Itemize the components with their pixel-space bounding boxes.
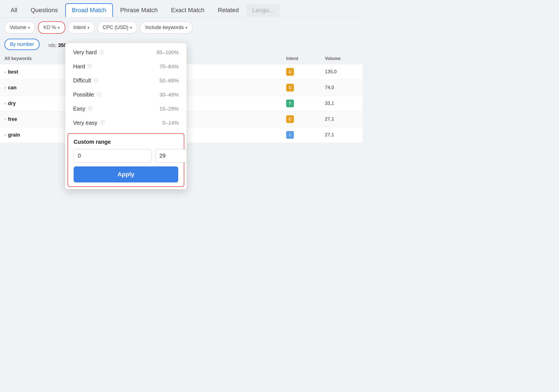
intent-badge: T xyxy=(286,100,294,107)
volume-chevron-icon: ▾ xyxy=(28,25,30,30)
volume-cell: 27,1 xyxy=(325,116,358,122)
intent-cell: C xyxy=(286,84,325,92)
info-icon[interactable]: ⓘ xyxy=(88,106,92,112)
cpc-filter-label: CPC (USD) xyxy=(103,25,128,30)
dropdown-item-label: Difficult xyxy=(73,77,91,84)
intent-cell: T xyxy=(286,100,325,107)
custom-range-min-input[interactable] xyxy=(74,149,152,163)
dropdown-item-label: Very easy xyxy=(73,120,97,126)
dropdown-item-label: Very hard xyxy=(73,49,97,56)
expand-icon[interactable]: › xyxy=(4,117,6,121)
by-number-label: By number xyxy=(10,41,34,47)
row-key-dry: › dry xyxy=(4,101,65,106)
dropdown-item-very-easy[interactable]: Very easy ⓘ 0–14% xyxy=(65,116,187,130)
volume-cell: 27,1 xyxy=(325,132,358,138)
dropdown-item-range: 15–29% xyxy=(159,106,179,112)
tab-exact-match[interactable]: Exact Match xyxy=(165,4,211,17)
dropdown-item-easy[interactable]: Easy ⓘ 15–29% xyxy=(65,102,187,116)
custom-range-box: Custom range Apply xyxy=(68,133,184,187)
tab-all[interactable]: All xyxy=(4,4,23,17)
info-icon[interactable]: ⓘ xyxy=(94,78,98,83)
volume-cell: 135,0 xyxy=(325,69,358,75)
info-icon[interactable]: ⓘ xyxy=(100,120,105,126)
volume-cell: 74,0 xyxy=(325,85,358,90)
intent-cell: C xyxy=(286,68,325,76)
volume-cell: 33,1 xyxy=(325,101,358,106)
col-intent: Intent xyxy=(286,56,325,61)
dropdown-list: Very hard ⓘ 85–100% Hard ⓘ 70–84% Diffic… xyxy=(65,43,187,132)
intent-badge: I xyxy=(286,131,294,139)
intent-badge: C xyxy=(286,68,294,76)
apply-button[interactable]: Apply xyxy=(74,166,178,182)
intent-cell: I xyxy=(286,131,325,139)
intent-badge: C xyxy=(286,84,294,92)
dropdown-item-range: 30–49% xyxy=(159,92,179,98)
info-icon[interactable]: ⓘ xyxy=(97,92,101,98)
intent-badge: C xyxy=(286,115,294,123)
tab-broad-match[interactable]: Broad Match xyxy=(65,3,113,17)
dropdown-item-range: 0–14% xyxy=(162,120,179,126)
volume-filter-label: Volume xyxy=(10,25,26,30)
intent-cell: C xyxy=(286,115,325,123)
expand-icon[interactable]: › xyxy=(4,133,6,137)
custom-range-title: Custom range xyxy=(74,139,178,145)
volume-filter-button[interactable]: Volume ▾ xyxy=(4,22,35,33)
info-icon[interactable]: ⓘ xyxy=(100,49,104,55)
row-label: free xyxy=(8,116,17,122)
col-volume: Volume xyxy=(325,56,358,61)
cpc-chevron-icon: ▾ xyxy=(130,25,132,30)
expand-icon[interactable]: › xyxy=(4,85,6,90)
dropdown-item-hard[interactable]: Hard ⓘ 70–84% xyxy=(65,59,187,74)
dropdown-item-range: 50–69% xyxy=(159,78,179,84)
row-key-best: › best xyxy=(4,69,65,75)
row-label: best xyxy=(8,69,18,75)
row-label: dry xyxy=(8,101,16,106)
expand-icon[interactable]: › xyxy=(4,101,6,106)
intent-filter-button[interactable]: Intent ▾ xyxy=(68,22,95,33)
expand-icon[interactable]: › xyxy=(4,70,6,74)
dropdown-item-very-hard[interactable]: Very hard ⓘ 85–100% xyxy=(65,45,187,59)
row-label: grain xyxy=(8,132,20,138)
info-icon[interactable]: ⓘ xyxy=(88,64,92,69)
dropdown-item-label: Hard xyxy=(73,63,85,70)
row-label: can xyxy=(8,85,17,91)
col-all-keywords: All keywords xyxy=(4,56,65,61)
dropdown-item-range: 70–84% xyxy=(159,64,179,70)
dropdown-item-difficult[interactable]: Difficult ⓘ 50–69% xyxy=(65,74,187,88)
row-key-free: › free xyxy=(4,116,65,122)
tab-related[interactable]: Related xyxy=(212,4,245,17)
include-keywords-chevron-icon: ▾ xyxy=(185,25,187,30)
kd-filter-label: KD % xyxy=(43,25,56,30)
kd-chevron-icon: ▾ xyxy=(58,25,60,30)
custom-range-inputs xyxy=(74,149,178,163)
kd-dropdown: Very hard ⓘ 85–100% Hard ⓘ 70–84% Diffic… xyxy=(65,43,187,189)
tab-questions[interactable]: Questions xyxy=(24,4,64,17)
row-key-grain: › grain xyxy=(4,132,65,138)
intent-chevron-icon: ▾ xyxy=(87,25,89,30)
custom-range-max-input[interactable] xyxy=(155,149,187,163)
cpc-filter-button[interactable]: CPC (USD) ▾ xyxy=(97,22,137,33)
include-keywords-filter-label: Include keywords xyxy=(145,25,184,30)
dropdown-item-label: Possible xyxy=(73,92,94,98)
dropdown-item-label: Easy xyxy=(73,106,85,112)
dropdown-item-range: 85–100% xyxy=(157,49,179,56)
keywords-label: rds: xyxy=(48,43,57,48)
filter-bar: Volume ▾ KD % ▾ Intent ▾ CPC (USD) ▾ Inc… xyxy=(0,17,363,38)
tab-bar: All Questions Broad Match Phrase Match E… xyxy=(0,0,363,17)
include-keywords-filter-button[interactable]: Include keywords ▾ xyxy=(140,22,193,33)
tab-phrase-match[interactable]: Phrase Match xyxy=(114,4,164,17)
intent-filter-label: Intent xyxy=(73,25,86,30)
by-number-button[interactable]: By number xyxy=(4,39,40,50)
row-key-can: › can xyxy=(4,85,65,91)
tab-language[interactable]: Langu... xyxy=(246,4,280,17)
dropdown-item-possible[interactable]: Possible ⓘ 30–49% xyxy=(65,88,187,102)
kd-filter-button[interactable]: KD % ▾ xyxy=(38,21,65,34)
